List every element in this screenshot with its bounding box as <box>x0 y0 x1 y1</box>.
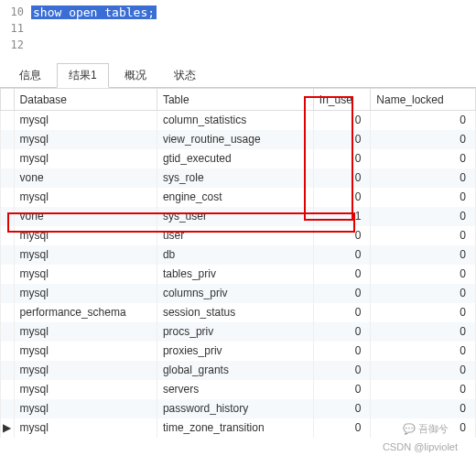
row-selector[interactable] <box>1 226 15 245</box>
table-row[interactable]: mysqlengine_cost00 <box>1 188 476 207</box>
cell-name-locked[interactable]: 0 <box>371 130 476 149</box>
cell-in-use[interactable]: 0 <box>313 149 371 168</box>
cell-database[interactable]: mysql <box>14 418 157 438</box>
row-selector[interactable] <box>1 399 15 418</box>
editor-line[interactable]: 10show open tables; <box>0 4 476 20</box>
cell-table[interactable]: sys_role <box>157 168 313 188</box>
cell-database[interactable]: mysql <box>14 188 157 207</box>
table-row[interactable]: mysqlglobal_grants00 <box>1 361 476 380</box>
cell-in-use[interactable]: 0 <box>313 226 371 245</box>
cell-in-use[interactable]: 0 <box>313 399 371 418</box>
cell-table[interactable]: tables_priv <box>157 265 313 284</box>
cell-name-locked[interactable]: 0 <box>371 380 476 399</box>
sql-editor[interactable]: 10show open tables;1112 <box>0 0 476 57</box>
tab-概况[interactable]: 概况 <box>113 63 158 88</box>
cell-in-use[interactable]: 0 <box>313 380 371 399</box>
cell-in-use[interactable]: 0 <box>313 361 371 380</box>
cell-database[interactable]: mysql <box>14 284 157 303</box>
cell-table[interactable]: password_history <box>157 399 313 418</box>
cell-database[interactable]: mysql <box>14 111 157 130</box>
row-selector[interactable] <box>1 322 15 342</box>
row-selector[interactable]: ▶ <box>1 418 15 438</box>
col-database[interactable]: Database <box>14 89 157 111</box>
cell-database[interactable]: mysql <box>14 322 157 342</box>
cell-in-use[interactable]: 1 <box>313 207 371 226</box>
cell-in-use[interactable]: 0 <box>313 303 371 322</box>
cell-name-locked[interactable]: 0 <box>371 284 476 303</box>
cell-table[interactable]: session_status <box>157 303 313 322</box>
cell-table[interactable]: gtid_executed <box>157 149 313 168</box>
table-row[interactable]: mysqlgtid_executed00 <box>1 149 476 168</box>
cell-name-locked[interactable]: 0 <box>371 265 476 284</box>
cell-name-locked[interactable]: 0 <box>371 111 476 130</box>
cell-database[interactable]: mysql <box>14 245 157 265</box>
cell-name-locked[interactable]: 0 <box>371 361 476 380</box>
cell-name-locked[interactable]: 0 <box>371 149 476 168</box>
cell-database[interactable]: mysql <box>14 361 157 380</box>
row-selector[interactable] <box>1 188 15 207</box>
cell-table[interactable]: engine_cost <box>157 188 313 207</box>
row-selector[interactable] <box>1 245 15 265</box>
table-row[interactable]: mysqlcolumn_statistics00 <box>1 111 476 130</box>
table-row[interactable]: mysqlprocs_priv00 <box>1 322 476 342</box>
cell-database[interactable]: mysql <box>14 342 157 361</box>
cell-table[interactable]: db <box>157 245 313 265</box>
cell-in-use[interactable]: 0 <box>313 188 371 207</box>
row-selector[interactable] <box>1 168 15 188</box>
cell-name-locked[interactable]: 0 <box>371 188 476 207</box>
table-row[interactable]: mysqlcolumns_priv00 <box>1 284 476 303</box>
cell-database[interactable]: mysql <box>14 265 157 284</box>
cell-database[interactable]: mysql <box>14 149 157 168</box>
table-row[interactable]: mysqlproxies_priv00 <box>1 342 476 361</box>
cell-database[interactable]: mysql <box>14 399 157 418</box>
tab-结果1[interactable]: 结果1 <box>57 63 109 88</box>
cell-table[interactable]: view_routine_usage <box>157 130 313 149</box>
cell-table[interactable]: time_zone_transition <box>157 418 313 438</box>
cell-table[interactable]: column_statistics <box>157 111 313 130</box>
cell-database[interactable]: vone <box>14 207 157 226</box>
cell-name-locked[interactable]: 0 <box>371 399 476 418</box>
cell-table[interactable]: global_grants <box>157 361 313 380</box>
table-header-row[interactable]: Database Table In_use Name_locked <box>1 89 476 111</box>
table-row[interactable]: vonesys_role00 <box>1 168 476 188</box>
row-selector[interactable] <box>1 111 15 130</box>
cell-name-locked[interactable]: 0 <box>371 168 476 188</box>
editor-line[interactable]: 11 <box>0 20 476 37</box>
cell-name-locked[interactable]: 0 <box>371 226 476 245</box>
cell-name-locked[interactable]: 0 <box>371 245 476 265</box>
row-selector[interactable] <box>1 265 15 284</box>
cell-name-locked[interactable]: 0 <box>371 322 476 342</box>
cell-in-use[interactable]: 0 <box>313 322 371 342</box>
cell-table[interactable]: proxies_priv <box>157 342 313 361</box>
cell-in-use[interactable]: 0 <box>313 342 371 361</box>
table-row[interactable]: mysqlpassword_history00 <box>1 399 476 418</box>
table-row[interactable]: mysqlservers00 <box>1 380 476 399</box>
tab-信息[interactable]: 信息 <box>7 63 53 88</box>
cell-database[interactable]: vone <box>14 168 157 188</box>
cell-table[interactable]: columns_priv <box>157 284 313 303</box>
cell-in-use[interactable]: 0 <box>313 168 371 188</box>
row-selector[interactable] <box>1 207 15 226</box>
row-selector[interactable] <box>1 130 15 149</box>
cell-database[interactable]: performance_schema <box>14 303 157 322</box>
row-selector[interactable] <box>1 380 15 399</box>
cell-table[interactable]: servers <box>157 380 313 399</box>
cell-in-use[interactable]: 0 <box>313 418 371 438</box>
col-name-locked[interactable]: Name_locked <box>371 89 476 111</box>
row-selector[interactable] <box>1 342 15 361</box>
row-selector[interactable] <box>1 361 15 380</box>
row-selector[interactable] <box>1 303 15 322</box>
col-in-use[interactable]: In_use <box>313 89 371 111</box>
table-row[interactable]: performance_schemasession_status00 <box>1 303 476 322</box>
cell-in-use[interactable]: 0 <box>313 111 371 130</box>
cell-database[interactable]: mysql <box>14 226 157 245</box>
cell-name-locked[interactable]: 0 <box>371 303 476 322</box>
cell-name-locked[interactable]: 0 <box>371 342 476 361</box>
table-row[interactable]: mysqlview_routine_usage00 <box>1 130 476 149</box>
table-row[interactable]: vonesys_user10 <box>1 207 476 226</box>
cell-in-use[interactable]: 0 <box>313 245 371 265</box>
row-selector[interactable] <box>1 284 15 303</box>
cell-database[interactable]: mysql <box>14 130 157 149</box>
row-selector[interactable] <box>1 149 15 168</box>
table-row[interactable]: mysqltables_priv00 <box>1 265 476 284</box>
